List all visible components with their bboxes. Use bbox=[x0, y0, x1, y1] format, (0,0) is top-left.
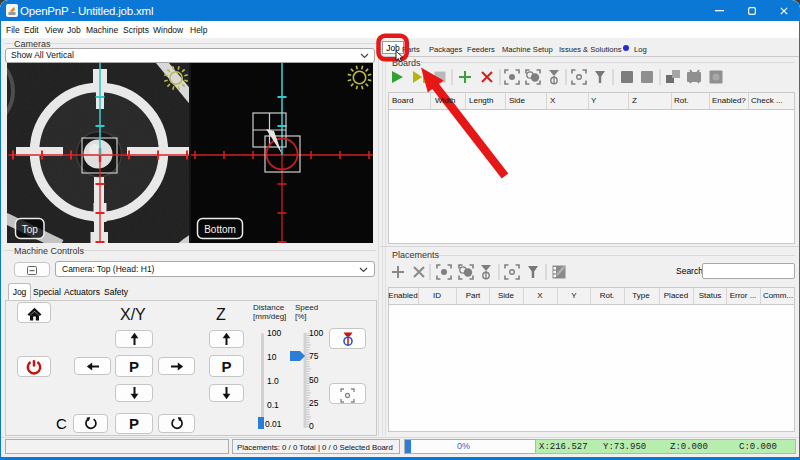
svg-text:Top: Top bbox=[22, 224, 39, 235]
svg-text:Bottom: Bottom bbox=[204, 224, 236, 235]
